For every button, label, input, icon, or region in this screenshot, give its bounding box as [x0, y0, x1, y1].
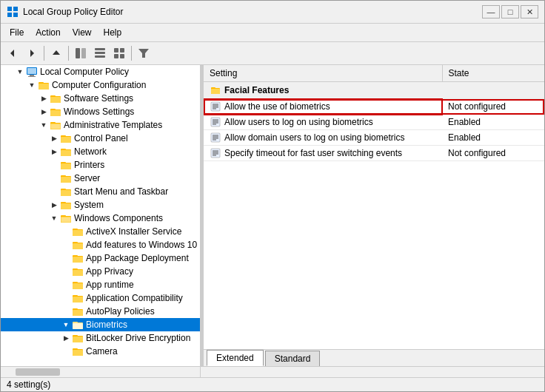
table-row-allow-domain-biometrics[interactable]: Allow domain users to log on using biome…	[204, 130, 544, 146]
svg-rect-13	[120, 48, 124, 53]
expand-icon: ▶	[48, 132, 60, 144]
tree-label-camera: Camera	[86, 346, 118, 356]
expand-icon: ▶	[48, 199, 60, 211]
expand-icon: ▶	[48, 146, 60, 158]
folder-icon	[60, 172, 72, 184]
tree-item-camera[interactable]: ▶ Camera	[1, 345, 200, 358]
tree-label-server: Server	[74, 173, 100, 183]
forward-icon	[27, 48, 37, 58]
tree-label-windows-settings: Windows Settings	[64, 107, 134, 117]
svg-rect-61	[73, 243, 83, 249]
folder-icon	[72, 226, 84, 237]
tree-item-control-panel[interactable]: ▶ Control Panel	[1, 132, 200, 145]
table-header-row: Setting State	[204, 65, 544, 82]
setting-cell[interactable]: Allow domain users to log on using biome…	[204, 130, 442, 146]
tree-item-network[interactable]: ▶ Network	[1, 145, 200, 158]
state-cell: Not configured	[442, 99, 544, 115]
tree-item-add-features[interactable]: ▶ Add features to Windows 10	[1, 238, 200, 251]
svg-rect-1	[13, 7, 18, 11]
tree-item-windows-settings[interactable]: ▶ Windows Settings	[1, 105, 200, 118]
title-bar: Local Group Policy Editor — □ ✕	[1, 1, 544, 24]
tab-extended[interactable]: Extended	[207, 350, 264, 366]
svg-rect-20	[27, 68, 36, 74]
svg-marker-16	[138, 49, 149, 58]
svg-rect-42	[61, 163, 71, 169]
tree-item-app-privacy[interactable]: ▶ App Privacy	[1, 265, 200, 278]
filter-button[interactable]	[135, 44, 153, 62]
tab-standard[interactable]: Standard	[265, 351, 321, 366]
tree-label-add-features: Add features to Windows 10	[86, 240, 197, 250]
forward-button[interactable]	[23, 44, 41, 62]
tree-item-administrative-templates[interactable]: ▼ Administrative Templates	[1, 118, 200, 132]
view1-button[interactable]	[91, 44, 109, 62]
svg-rect-3	[13, 13, 18, 17]
maximize-button[interactable]: □	[501, 5, 519, 18]
main-window: Local Group Policy Editor — □ ✕ File Act…	[0, 0, 545, 392]
toolbar-sep1	[44, 46, 44, 61]
menu-view[interactable]: View	[67, 25, 98, 40]
up-icon	[51, 48, 61, 58]
table-row-allow-use-biometrics[interactable]: Allow the use of biometrics Not configur…	[204, 99, 544, 115]
tree-label-app-package: App Package Deployment	[86, 253, 189, 263]
menu-action[interactable]: Action	[30, 25, 66, 40]
section-header-facial-features: Facial Features	[204, 82, 544, 99]
svg-rect-104	[211, 149, 220, 158]
table-container[interactable]: Setting State	[204, 65, 544, 349]
folder-icon	[72, 239, 84, 251]
tree-item-windows-components[interactable]: ▼ Windows Components	[1, 212, 200, 225]
tree-item-application-compatibility[interactable]: ▶ Application Compatibility	[1, 291, 200, 305]
tree-label-app-privacy: App Privacy	[86, 266, 133, 277]
menu-file[interactable]: File	[4, 25, 30, 40]
close-button[interactable]: ✕	[521, 5, 538, 18]
setting-cell[interactable]: Allow the use of biometrics	[204, 99, 442, 115]
tree-item-app-package[interactable]: ▶ App Package Deployment	[1, 251, 200, 265]
folder-icon	[72, 345, 84, 357]
svg-rect-45	[61, 177, 71, 183]
svg-rect-29	[50, 110, 61, 116]
folder-icon	[60, 146, 72, 158]
table-row-allow-logon-biometrics[interactable]: Allow users to log on using biometrics E…	[204, 115, 544, 130]
tree-item-software-settings[interactable]: ▶ Software Settings	[1, 92, 200, 105]
settings-table: Setting State	[204, 65, 544, 161]
tree-item-autoplay[interactable]: ▶ AutoPlay Policies	[1, 305, 200, 318]
tree-item-system[interactable]: ▶ System	[1, 198, 200, 212]
setting-cell[interactable]: Specify timeout for fast user switching …	[204, 146, 442, 161]
folder-open-icon	[50, 119, 61, 131]
svg-rect-88	[211, 89, 220, 94]
tree-label-autoplay: AutoPlay Policies	[86, 306, 155, 317]
tree-item-local-computer-policy[interactable]: ▼ Local Computer Policy	[1, 65, 200, 78]
tree-item-bitlocker[interactable]: ▶ BitLocker Drive Encryption	[1, 331, 200, 345]
menu-help[interactable]: Help	[98, 25, 128, 40]
expand-icon: ▼	[14, 66, 26, 78]
tree-item-computer-configuration[interactable]: ▼ Computer Configuration	[1, 78, 200, 92]
svg-rect-76	[73, 310, 83, 316]
up-button[interactable]	[47, 44, 65, 62]
minimize-button[interactable]: —	[482, 5, 500, 18]
tree-item-activex[interactable]: ▶ ActiveX Installer Service	[1, 225, 200, 238]
back-button[interactable]	[4, 44, 21, 62]
svg-marker-4	[10, 50, 14, 57]
title-controls: — □ ✕	[482, 5, 538, 18]
tree-item-biometrics[interactable]: ▼ Biometrics	[1, 318, 200, 331]
view2-button[interactable]	[110, 44, 128, 62]
tree-item-server[interactable]: ▶ Server	[1, 172, 200, 185]
svg-rect-7	[76, 48, 80, 58]
table-row-specify-timeout[interactable]: Specify timeout for fast user switching …	[204, 146, 544, 161]
folder-icon	[72, 279, 84, 291]
tree-item-app-runtime[interactable]: ▶ App runtime	[1, 278, 200, 291]
tab-bar: Extended Standard	[204, 349, 544, 366]
tree-label-activex: ActiveX Installer Service	[86, 226, 181, 237]
tree-item-start-menu[interactable]: ▶ Start Menu and Taskbar	[1, 185, 200, 198]
show-hide-button[interactable]	[72, 44, 90, 62]
tree-item-printers[interactable]: ▶ Printers	[1, 158, 200, 172]
svg-rect-51	[61, 203, 71, 209]
tree-label-application-compatibility: Application Compatibility	[86, 293, 183, 303]
tree-label-biometrics: Biometrics	[86, 320, 127, 330]
svg-rect-39	[61, 150, 71, 156]
tree-panel[interactable]: ▼ Local Computer Policy ▼	[1, 65, 201, 366]
expand-icon: ▶	[38, 106, 50, 118]
tree-hscroll[interactable]	[1, 367, 201, 377]
setting-cell[interactable]: Allow users to log on using biometrics	[204, 115, 442, 130]
svg-rect-64	[73, 257, 83, 263]
svg-rect-0	[7, 7, 12, 11]
